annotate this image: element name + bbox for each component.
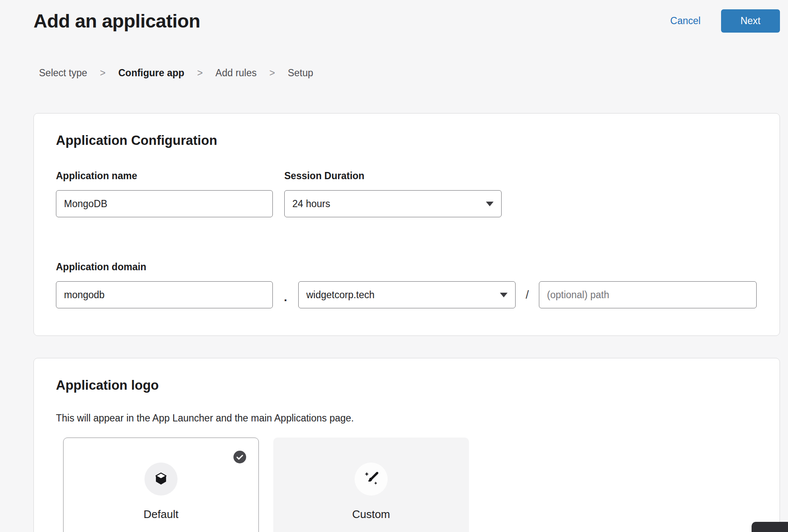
- application-configuration-heading: Application Configuration: [56, 133, 757, 148]
- paintbrush-sparkle-icon: [363, 471, 379, 487]
- domain-select[interactable]: widgetcorp.tech: [298, 281, 516, 308]
- domain-dot-separator: .: [273, 291, 298, 308]
- help-widget[interactable]: [752, 522, 788, 532]
- header: Add an application Cancel Next: [0, 0, 788, 33]
- application-domain-label: Application domain: [56, 261, 757, 273]
- application-domain-field: Application domain . widgetcorp.tech /: [56, 261, 757, 308]
- application-name-field: Application name: [56, 170, 273, 217]
- chevron-down-icon: [486, 202, 494, 206]
- header-actions: Cancel Next: [670, 9, 780, 33]
- path-slash-separator: /: [516, 288, 539, 302]
- application-configuration-card: Application Configuration Application na…: [33, 113, 780, 336]
- session-duration-select[interactable]: 24 hours: [284, 190, 502, 217]
- step-configure-app[interactable]: Configure app: [118, 67, 184, 79]
- step-add-rules[interactable]: Add rules: [216, 67, 257, 79]
- wizard-steps: Select type > Configure app > Add rules …: [39, 67, 780, 79]
- session-duration-label: Session Duration: [284, 170, 502, 182]
- application-domain-row: . widgetcorp.tech /: [56, 281, 757, 308]
- subdomain-input[interactable]: [56, 281, 273, 308]
- path-input[interactable]: [539, 281, 757, 308]
- cancel-button[interactable]: Cancel: [670, 15, 701, 27]
- cube-icon: [153, 471, 169, 487]
- custom-logo-circle: [355, 463, 388, 496]
- logo-option-label: Custom: [352, 508, 390, 521]
- application-logo-heading: Application logo: [56, 378, 757, 393]
- step-select-type[interactable]: Select type: [39, 67, 87, 79]
- application-logo-description: This will appear in the App Launcher and…: [56, 413, 757, 424]
- logo-option-default[interactable]: Default: [63, 438, 259, 532]
- domain-select-value: widgetcorp.tech: [306, 289, 375, 301]
- step-setup[interactable]: Setup: [288, 67, 313, 79]
- application-name-input[interactable]: [56, 190, 273, 217]
- application-name-label: Application name: [56, 170, 273, 182]
- step-separator: >: [269, 67, 275, 79]
- session-duration-value: 24 hours: [292, 198, 330, 210]
- chevron-down-icon: [500, 293, 508, 297]
- check-circle-icon: [233, 451, 246, 463]
- application-logo-card: Application logo This will appear in the…: [33, 358, 780, 532]
- logo-option-custom[interactable]: Custom: [273, 438, 469, 532]
- step-separator: >: [197, 67, 203, 79]
- logo-option-label: Default: [144, 508, 178, 521]
- name-duration-row: Application name Session Duration 24 hou…: [56, 170, 757, 217]
- step-separator: >: [100, 67, 105, 79]
- default-logo-circle: [144, 463, 178, 496]
- add-application-page: Add an application Cancel Next Select ty…: [0, 0, 788, 532]
- session-duration-field: Session Duration 24 hours: [284, 170, 502, 217]
- next-button[interactable]: Next: [721, 9, 780, 33]
- page-title: Add an application: [33, 10, 200, 32]
- logo-options: Default Custom: [63, 438, 757, 532]
